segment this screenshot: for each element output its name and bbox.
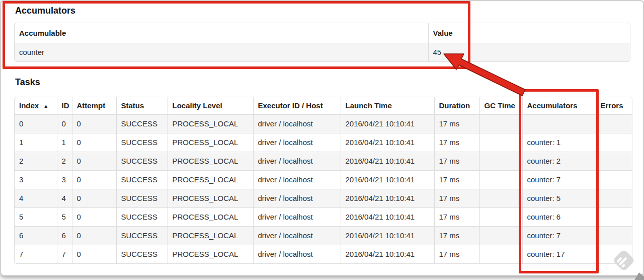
locality_level-cell: PROCESS_LOCAL — [168, 226, 253, 245]
launch_time-cell: 2016/04/21 10:10:41 — [341, 207, 434, 226]
table-row: 440SUCCESSPROCESS_LOCALdriver / localhos… — [15, 189, 632, 207]
tasks-section-title: Tasks — [15, 77, 40, 88]
locality_level-cell: PROCESS_LOCAL — [168, 245, 253, 263]
errors-cell — [596, 170, 632, 189]
table-row: counter45 — [15, 43, 630, 61]
column-header-errors[interactable]: Errors — [596, 97, 632, 114]
attempt-cell: 0 — [72, 133, 116, 152]
executor_id_host-cell: driver / localhost — [253, 207, 341, 226]
status-cell: SUCCESS — [116, 114, 168, 133]
errors-cell — [596, 226, 632, 245]
id-cell: 3 — [57, 170, 72, 189]
executor_id_host-cell: driver / localhost — [253, 170, 341, 189]
launch_time-cell: 2016/04/21 10:10:41 — [341, 114, 434, 133]
column-header-accumulators[interactable]: Accumulators — [522, 97, 596, 114]
column-header-id[interactable]: ID — [57, 97, 72, 114]
column-header-gc_time[interactable]: GC Time — [479, 97, 522, 114]
accumulators-section-title: Accumulators — [15, 6, 75, 16]
errors-cell — [596, 133, 632, 152]
errors-cell — [596, 114, 632, 133]
accumulators-cell: counter: 7 — [522, 170, 596, 189]
gc_time-cell — [479, 114, 522, 133]
status-cell: SUCCESS — [116, 152, 168, 170]
index-cell: 6 — [15, 226, 57, 245]
accumulators-cell: counter: 7 — [522, 226, 596, 245]
id-cell: 6 — [57, 226, 72, 245]
launch_time-cell: 2016/04/21 10:10:41 — [341, 133, 434, 152]
table-row: 000SUCCESSPROCESS_LOCALdriver / localhos… — [15, 114, 632, 133]
index-cell: 3 — [15, 170, 57, 189]
gc_time-cell — [479, 170, 522, 189]
launch_time-cell: 2016/04/21 10:10:41 — [341, 152, 434, 170]
column-header-attempt[interactable]: Attempt — [72, 97, 116, 114]
duration-cell: 17 ms — [434, 207, 479, 226]
errors-cell — [596, 245, 632, 263]
id-cell: 5 — [57, 207, 72, 226]
launch_time-cell: 2016/04/21 10:10:41 — [341, 189, 434, 207]
gc_time-cell — [479, 133, 522, 152]
launch_time-cell: 2016/04/21 10:10:41 — [341, 226, 434, 245]
gc_time-cell — [479, 189, 522, 207]
duration-cell: 17 ms — [434, 226, 479, 245]
gc_time-cell — [479, 245, 522, 263]
accumulators-cell: counter: 6 — [522, 207, 596, 226]
locality_level-cell: PROCESS_LOCAL — [168, 189, 253, 207]
accumulators-cell: counter: 17 — [522, 245, 596, 263]
errors-cell — [596, 189, 632, 207]
attempt-cell: 0 — [72, 226, 116, 245]
launch_time-cell: 2016/04/21 10:10:41 — [341, 170, 434, 189]
accumulators-table: AccumulableValue counter45 — [14, 23, 630, 62]
status-cell: SUCCESS — [116, 170, 168, 189]
column-header-duration[interactable]: Duration — [434, 97, 479, 114]
id-cell: 4 — [57, 189, 72, 207]
locality_level-cell: PROCESS_LOCAL — [168, 207, 253, 226]
id-cell: 7 — [57, 245, 72, 263]
executor_id_host-cell: driver / localhost — [253, 189, 341, 207]
attempt-cell: 0 — [72, 189, 116, 207]
index-cell: 0 — [15, 114, 57, 133]
tasks-table: Index▲IDAttemptStatusLocality LevelExecu… — [14, 97, 632, 264]
duration-cell: 17 ms — [434, 170, 479, 189]
table-row: 770SUCCESSPROCESS_LOCALdriver / localhos… — [15, 245, 632, 263]
column-header-index[interactable]: Index▲ — [15, 97, 57, 114]
table-row: 660SUCCESSPROCESS_LOCALdriver / localhos… — [15, 226, 632, 245]
id-cell: 0 — [57, 114, 72, 133]
column-header-accumulable: Accumulable — [15, 23, 428, 43]
duration-cell: 17 ms — [434, 152, 479, 170]
value-cell: 45 — [428, 43, 630, 61]
attempt-cell: 0 — [72, 152, 116, 170]
id-cell: 1 — [57, 133, 72, 152]
column-header-launch_time[interactable]: Launch Time — [341, 97, 434, 114]
accumulators-cell: counter: 2 — [522, 152, 596, 170]
index-cell: 7 — [15, 245, 57, 263]
column-header-executor_id_host[interactable]: Executor ID / Host — [253, 97, 341, 114]
duration-cell: 17 ms — [434, 133, 479, 152]
gc_time-cell — [479, 207, 522, 226]
accumulable-cell: counter — [15, 43, 428, 61]
executor_id_host-cell: driver / localhost — [253, 226, 341, 245]
launch_time-cell: 2016/04/21 10:10:41 — [341, 245, 434, 263]
table-row: 110SUCCESSPROCESS_LOCALdriver / localhos… — [15, 133, 632, 152]
executor_id_host-cell: driver / localhost — [253, 152, 341, 170]
status-cell: SUCCESS — [116, 189, 168, 207]
attempt-cell: 0 — [72, 245, 116, 263]
table-header-row: Index▲IDAttemptStatusLocality LevelExecu… — [15, 97, 632, 114]
column-header-locality_level[interactable]: Locality Level — [168, 97, 253, 114]
id-cell: 2 — [57, 152, 72, 170]
attempt-cell: 0 — [72, 207, 116, 226]
column-header-value: Value — [428, 23, 630, 43]
executor_id_host-cell: driver / localhost — [253, 245, 341, 263]
index-cell: 2 — [15, 152, 57, 170]
duration-cell: 17 ms — [434, 114, 479, 133]
status-cell: SUCCESS — [116, 226, 168, 245]
sort-ascending-icon: ▲ — [43, 103, 48, 109]
column-header-status[interactable]: Status — [116, 97, 168, 114]
table-row: 330SUCCESSPROCESS_LOCALdriver / localhos… — [15, 170, 632, 189]
gc_time-cell — [479, 226, 522, 245]
index-cell: 5 — [15, 207, 57, 226]
index-cell: 4 — [15, 189, 57, 207]
table-row: 220SUCCESSPROCESS_LOCALdriver / localhos… — [15, 152, 632, 170]
accumulators-cell: counter: 1 — [522, 133, 596, 152]
locality_level-cell: PROCESS_LOCAL — [168, 152, 253, 170]
attempt-cell: 0 — [72, 114, 116, 133]
